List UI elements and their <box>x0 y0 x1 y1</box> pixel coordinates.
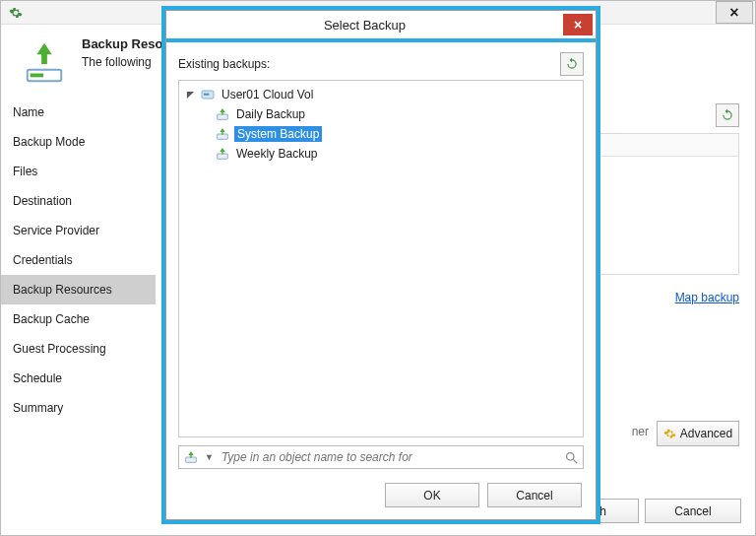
tree-node-backup[interactable]: Daily Backup <box>181 104 581 124</box>
svg-point-8 <box>567 452 575 460</box>
search-icon[interactable] <box>564 450 579 465</box>
nav-item-summary[interactable]: Summary <box>1 393 156 423</box>
nav-item-backup-mode[interactable]: Backup Mode <box>1 127 156 157</box>
wizard-header-icon <box>17 34 72 90</box>
collapse-icon[interactable] <box>185 91 196 100</box>
backup-icon <box>183 449 199 465</box>
advanced-button[interactable]: Advanced <box>657 421 739 446</box>
nav-label: Service Provider <box>13 224 99 237</box>
tree-node-backup[interactable]: Weekly Backup <box>181 144 581 164</box>
nav-label: Guest Processing <box>13 342 106 356</box>
dialog-titlebar: Select Backup × <box>166 11 596 42</box>
svg-rect-7 <box>186 457 197 462</box>
existing-backups-label: Existing backups: <box>178 57 270 71</box>
nav-item-guest-processing[interactable]: Guest Processing <box>1 334 156 364</box>
dialog-body: Existing backups: User01 Cloud Vol Daily <box>166 42 596 475</box>
nav-label: Backup Mode <box>13 135 85 149</box>
nav-label: Files <box>13 165 37 178</box>
wizard-cancel-button[interactable]: Cancel <box>645 499 741 523</box>
nav-item-destination[interactable]: Destination <box>1 186 156 216</box>
nav-label: Backup Cache <box>13 312 90 326</box>
nav-item-credentials[interactable]: Credentials <box>1 245 156 275</box>
close-icon: × <box>729 4 738 22</box>
nav-item-schedule[interactable]: Schedule <box>1 364 156 393</box>
cloud-volume-icon <box>200 87 216 102</box>
wizard-sidebar: Name Backup Mode Files Destination Servi… <box>1 94 156 423</box>
tree-label: Weekly Backup <box>234 146 319 162</box>
app-gear-icon <box>7 4 25 22</box>
refresh-icon <box>721 108 734 122</box>
select-backup-dialog: Select Backup × Existing backups: User01… <box>165 10 597 520</box>
svg-rect-3 <box>204 94 209 96</box>
nav-label: Name <box>13 105 44 119</box>
backup-icon <box>215 106 230 122</box>
nav-item-files[interactable]: Files <box>1 157 156 186</box>
button-label: Cancel <box>674 504 711 518</box>
nav-item-backup-resources[interactable]: Backup Resources <box>1 275 156 304</box>
nav-item-name[interactable]: Name <box>1 98 156 127</box>
dialog-close-button[interactable]: × <box>563 14 593 35</box>
dialog-cancel-button[interactable]: Cancel <box>487 483 582 507</box>
nav-label: Backup Resources <box>13 283 112 297</box>
tree-label: System Backup <box>234 126 322 142</box>
ok-button[interactable]: OK <box>385 483 479 507</box>
button-label: Cancel <box>516 489 552 502</box>
svg-line-9 <box>573 459 577 463</box>
nav-item-backup-cache[interactable]: Backup Cache <box>1 304 156 334</box>
tree-node-root[interactable]: User01 Cloud Vol <box>181 85 581 104</box>
nav-label: Schedule <box>13 371 62 385</box>
nav-label: Summary <box>13 401 63 415</box>
refresh-icon <box>565 57 579 71</box>
refresh-button[interactable] <box>716 103 739 127</box>
svg-rect-4 <box>218 114 228 119</box>
tree-label: User01 Cloud Vol <box>220 87 315 102</box>
refresh-button[interactable] <box>560 52 584 76</box>
wizard-close-button[interactable]: × <box>716 1 753 24</box>
dialog-footer: OK Cancel <box>166 475 596 519</box>
backup-tree[interactable]: User01 Cloud Vol Daily Backup System Bac… <box>178 80 584 437</box>
truncated-text: ner <box>632 425 649 438</box>
advanced-label: Advanced <box>680 427 732 440</box>
existing-backups-row: Existing backups: <box>178 52 584 76</box>
tree-label: Daily Backup <box>234 106 307 122</box>
search-input[interactable] <box>220 449 558 465</box>
backup-icon <box>215 146 230 162</box>
map-backup-link[interactable]: Map backup <box>675 291 739 304</box>
dropdown-icon[interactable]: ▼ <box>205 452 214 462</box>
nav-label: Destination <box>13 194 72 208</box>
dialog-title: Select Backup <box>166 18 563 33</box>
button-label: OK <box>423 489 440 502</box>
svg-rect-6 <box>218 154 228 159</box>
gear-icon <box>663 428 676 440</box>
svg-rect-5 <box>218 134 228 139</box>
search-field[interactable]: ▼ <box>178 445 584 469</box>
close-icon: × <box>574 17 582 33</box>
svg-rect-1 <box>31 74 43 78</box>
nav-item-service-provider[interactable]: Service Provider <box>1 216 156 245</box>
backup-icon <box>215 126 230 142</box>
tree-node-backup[interactable]: System Backup <box>181 124 581 144</box>
nav-label: Credentials <box>13 253 73 267</box>
